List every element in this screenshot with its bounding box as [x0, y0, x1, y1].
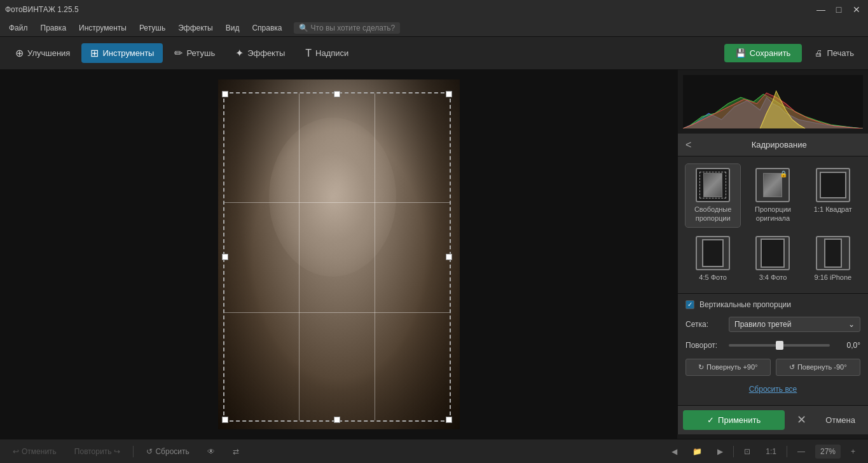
portrait-tall-inner: [702, 239, 724, 267]
rotation-label: Поворот:: [685, 341, 724, 350]
tab-эффекты[interactable]: ✦ Эффекты: [226, 43, 294, 63]
ratio-button[interactable]: 1:1: [761, 445, 782, 459]
crop-3x4-icon: [755, 236, 790, 270]
reset-label: Сбросить: [155, 447, 189, 456]
reset-all-link[interactable]: Сбросить все: [685, 385, 860, 394]
redo-button[interactable]: Повторить ↪: [69, 445, 126, 459]
reset-button[interactable]: ↺ Сбросить: [141, 445, 194, 459]
search-placeholder: Что вы хотите сделать?: [311, 24, 396, 32]
separator-2: [733, 446, 734, 457]
toolbar-right: 💾 Сохранить 🖨 Печать: [724, 44, 862, 62]
menu-tools[interactable]: Инструменты: [72, 21, 133, 35]
menu-retouch[interactable]: Ретушь: [133, 21, 172, 35]
rotate-plus-button[interactable]: ↻ Повернуть +90°: [685, 359, 771, 376]
crop-option-free[interactable]: Свободныепропорции: [685, 164, 740, 227]
menu-view[interactable]: Вид: [219, 21, 246, 35]
ratio-label: 1:1: [766, 447, 776, 456]
улучшения-icon: ⊕: [15, 47, 24, 59]
rotate-plus-icon: ↻: [698, 363, 704, 371]
folder-button[interactable]: 📁: [687, 445, 707, 459]
photo-inner: [218, 79, 460, 429]
crop-free-label: Свободныепропорции: [694, 205, 731, 223]
right-panel: < Кадрирование Свободныепропорции 🔒: [677, 70, 868, 434]
canvas-area[interactable]: [0, 70, 677, 439]
nav-left-button[interactable]: ◀: [666, 445, 682, 459]
crop-option-3x4[interactable]: 3:4 Фото: [745, 232, 800, 286]
tab-ретушь-label: Ретушь: [186, 48, 215, 58]
crop-option-square[interactable]: 1:1 Квадрат: [806, 164, 860, 227]
crop-options: Свободныепропорции 🔒 Пропорцииоригинала …: [678, 156, 868, 294]
toolbar: ⊕ Улучшения ⊞ Инструменты ✏ Ретушь ✦ Эфф…: [0, 37, 868, 70]
fit-button[interactable]: ⊡: [739, 445, 755, 459]
menu-file[interactable]: Файл: [3, 21, 34, 35]
cancel-x-button[interactable]: ✕: [790, 408, 813, 431]
search-box[interactable]: 🔍 Что вы хотите сделать?: [294, 22, 401, 34]
menu-help[interactable]: Справка: [245, 21, 288, 35]
search-icon: 🔍: [299, 24, 308, 32]
tab-улучшения[interactable]: ⊕ Улучшения: [6, 43, 79, 63]
tab-надписи[interactable]: T Надписи: [296, 44, 357, 63]
rotation-slider[interactable]: [729, 344, 830, 347]
vertical-proportions-label: Вертикальные пропорции: [699, 300, 791, 309]
menu-edit[interactable]: Правка: [34, 21, 73, 35]
close-button[interactable]: ✕: [850, 3, 863, 16]
back-button[interactable]: <: [685, 139, 691, 151]
inner-photo-free: [703, 173, 722, 197]
crop-3x4-label: 3:4 Фото: [759, 273, 787, 282]
rotate-buttons-row: ↻ Повернуть +90° ↺ Повернуть -90°: [685, 359, 860, 376]
tab-инструменты[interactable]: ⊞ Инструменты: [81, 43, 163, 63]
cancel-button[interactable]: Отмена: [818, 410, 863, 430]
tab-надписи-label: Надписи: [315, 48, 348, 58]
rotation-thumb[interactable]: [776, 341, 783, 350]
undo-label: Отменить: [22, 447, 57, 456]
apply-button[interactable]: ✓ Применить: [683, 410, 785, 430]
crop-9x16-label: 9:16 iPhone: [814, 273, 851, 282]
print-button[interactable]: 🖨 Печать: [807, 44, 862, 62]
maximize-button[interactable]: □: [832, 3, 845, 16]
nav-right-button[interactable]: ▶: [712, 445, 728, 459]
vertical-proportions-checkbox[interactable]: ✓: [685, 300, 694, 309]
crop-square-label: 1:1 Квадрат: [814, 205, 852, 214]
flip-button[interactable]: ⇄: [228, 445, 244, 459]
eye-button[interactable]: 👁: [202, 445, 220, 459]
zoom-out-button[interactable]: —: [792, 445, 810, 459]
nav-left-icon: ◀: [672, 447, 677, 456]
status-right: ◀ 📁 ▶ ⊡ 1:1 — 27% +: [666, 445, 860, 459]
crop-9x16-icon: [816, 236, 850, 270]
crop-option-9x16[interactable]: 9:16 iPhone: [806, 232, 860, 286]
crop-option-4x5[interactable]: 4:5 Фото: [685, 232, 740, 286]
photo-container: [218, 79, 460, 429]
lock-icon: 🔒: [780, 170, 787, 177]
grid-select[interactable]: Правило третей ⌄: [729, 317, 860, 332]
tab-ретушь[interactable]: ✏ Ретушь: [165, 43, 224, 63]
eye-icon: 👁: [207, 447, 215, 456]
rotation-slider-row: Поворот: 0,0°: [685, 341, 860, 350]
tab-эффекты-label: Эффекты: [247, 48, 285, 58]
zoom-display: 27%: [815, 445, 841, 459]
надписи-icon: T: [305, 48, 312, 59]
titlebar: ФотоВИНТАЖ 1.25.5 — □ ✕: [0, 0, 868, 19]
reset-icon: ↺: [146, 447, 153, 456]
main-area: < Кадрирование Свободныепропорции 🔒: [0, 70, 868, 439]
zoom-in-icon: +: [851, 447, 855, 456]
ретушь-icon: ✏: [174, 47, 183, 59]
crop-option-original[interactable]: 🔒 Пропорцииоригинала: [745, 164, 800, 227]
photo-image: [218, 79, 460, 429]
vertical-proportions-row: ✓ Вертикальные пропорции: [685, 300, 860, 309]
save-label: Сохранить: [750, 48, 791, 58]
face-area: [269, 118, 396, 277]
crop-original-icon: 🔒: [755, 168, 790, 202]
rotate-minus-button[interactable]: ↺ Повернуть -90°: [776, 359, 861, 376]
nav-right-icon: ▶: [717, 447, 723, 456]
crop-square-icon: [816, 168, 850, 202]
save-button[interactable]: 💾 Сохранить: [724, 44, 803, 62]
zoom-out-icon: —: [797, 447, 805, 456]
print-label: Печать: [827, 48, 854, 58]
window-controls: — □ ✕: [815, 3, 863, 16]
minimize-button[interactable]: —: [815, 3, 827, 16]
zoom-in-button[interactable]: +: [846, 445, 860, 459]
menu-effects[interactable]: Эффекты: [172, 21, 219, 35]
right-panel-wrapper: < Кадрирование Свободныепропорции 🔒: [677, 70, 868, 439]
rotate-minus-icon: ↺: [789, 363, 795, 371]
undo-button[interactable]: ↩ Отменить: [8, 445, 62, 459]
